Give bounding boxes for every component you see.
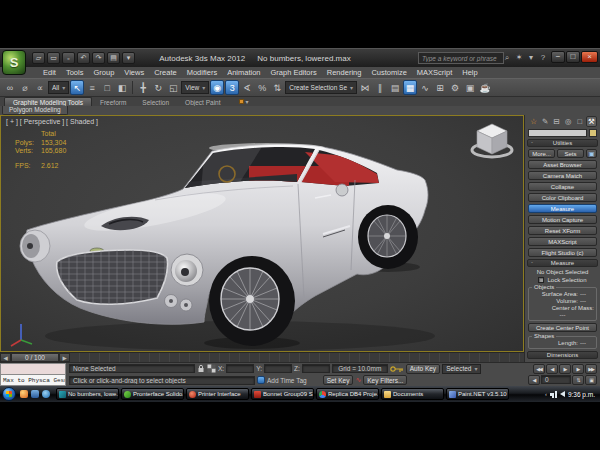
add-time-tag-label[interactable]: Add Time Tag bbox=[267, 377, 307, 384]
menu-group[interactable]: Group bbox=[88, 68, 119, 77]
snaps-toggle-icon[interactable]: 3 bbox=[225, 80, 239, 95]
go-to-start-icon[interactable]: ◀◀ bbox=[533, 364, 545, 374]
frame-spinner-icon[interactable]: ⇅ bbox=[572, 375, 584, 385]
object-color-swatch[interactable] bbox=[589, 129, 597, 137]
rotate-tool-icon[interactable]: ↻ bbox=[151, 80, 165, 95]
menu-edit[interactable]: Edit bbox=[38, 68, 61, 77]
z-coordinate-field[interactable] bbox=[302, 364, 330, 373]
named-selection-set-dropdown[interactable]: Create Selection Se ▾ bbox=[285, 81, 357, 94]
collapse-button[interactable]: Collapse bbox=[528, 182, 597, 191]
play-animation-icon[interactable]: ▶ bbox=[559, 364, 571, 374]
perspective-viewport[interactable]: [ + ] [ Perspective ] [ Shaded ] Total P… bbox=[0, 115, 524, 352]
modify-tab-icon[interactable]: ✎ bbox=[540, 116, 551, 127]
menu-views[interactable]: Views bbox=[119, 68, 149, 77]
camera-match-button[interactable]: Camera Match bbox=[528, 171, 597, 180]
menu-tools[interactable]: Tools bbox=[61, 68, 89, 77]
taskbar-item-pronterface[interactable]: Pronterface Solido... bbox=[121, 388, 184, 400]
asset-browser-button[interactable]: Asset Browser bbox=[528, 160, 597, 169]
taskbar-item-bonnet-group[interactable]: Bonnet Group09 S... bbox=[251, 388, 314, 400]
select-and-link-icon[interactable]: ∞ bbox=[3, 80, 17, 95]
ribbon-options-dropdown[interactable]: ▾ bbox=[239, 98, 249, 106]
measure-rollout-header[interactable]: - Measure bbox=[527, 259, 598, 267]
menu-help[interactable]: Help bbox=[457, 68, 482, 77]
reset-xform-button[interactable]: Reset XForm bbox=[528, 226, 597, 235]
angle-snap-icon[interactable]: ∢ bbox=[240, 80, 254, 95]
help-icon[interactable]: ? bbox=[538, 52, 548, 63]
y-coordinate-field[interactable] bbox=[264, 364, 292, 373]
taskbar-item-documents[interactable]: Documents bbox=[381, 388, 444, 400]
measure-button[interactable]: Measure bbox=[528, 204, 597, 213]
x-coordinate-field[interactable] bbox=[226, 364, 254, 373]
menu-modifiers[interactable]: Modifiers bbox=[182, 68, 222, 77]
create-tab-icon[interactable]: ☆ bbox=[528, 116, 539, 127]
utilities-rollout-header[interactable]: - Utilities bbox=[527, 139, 598, 147]
graphite-ribbon-toggle-icon[interactable]: ▦ bbox=[403, 80, 417, 95]
close-button[interactable]: × bbox=[581, 51, 598, 63]
create-center-point-button[interactable]: Create Center Point bbox=[528, 323, 597, 332]
menu-maxscript[interactable]: MAXScript bbox=[412, 68, 457, 77]
scale-tool-icon[interactable]: ◱ bbox=[166, 80, 180, 95]
set-keys-key-icon[interactable] bbox=[390, 365, 404, 373]
timeline-prev-icon[interactable]: ◀ bbox=[0, 353, 11, 362]
rendered-frame-window-icon[interactable]: ▣ bbox=[463, 80, 477, 95]
object-name-field[interactable] bbox=[528, 129, 587, 137]
maxscript-mini-listener[interactable]: Max to Physca Gesme bbox=[0, 363, 66, 386]
motion-capture-button[interactable]: Motion Capture bbox=[528, 215, 597, 224]
sets-button[interactable]: Sets bbox=[557, 149, 584, 158]
rectangular-region-icon[interactable]: □ bbox=[100, 80, 114, 95]
set-key-button[interactable]: Set Key bbox=[323, 375, 354, 385]
hierarchy-tab-icon[interactable]: ⊟ bbox=[551, 116, 562, 127]
menu-customize[interactable]: Customize bbox=[366, 68, 411, 77]
menu-animation[interactable]: Animation bbox=[222, 68, 265, 77]
quick-launch-icon-2[interactable] bbox=[31, 390, 39, 398]
favorites-star-icon[interactable]: ✶ bbox=[514, 52, 524, 63]
quick-launch-icon-1[interactable] bbox=[20, 390, 28, 398]
taskbar-clock[interactable]: 9:36 p.m. bbox=[568, 391, 595, 398]
next-frame-icon[interactable]: ▶ bbox=[572, 364, 584, 374]
bind-to-spacewarp-icon[interactable]: ∝ bbox=[33, 80, 47, 95]
maximize-button[interactable]: □ bbox=[566, 51, 580, 63]
key-filters-button[interactable]: Key Filters... bbox=[363, 375, 407, 385]
selection-filter-dropdown[interactable]: All ▾ bbox=[48, 81, 69, 94]
more-button[interactable]: More... bbox=[528, 149, 555, 158]
tab-selection[interactable]: Selection bbox=[134, 98, 177, 106]
select-object-icon[interactable]: ↖ bbox=[70, 80, 84, 95]
utilities-tab-icon[interactable]: ⚒ bbox=[586, 116, 597, 127]
macro-recorder-line[interactable] bbox=[0, 363, 66, 375]
dimensions-rollout-header[interactable]: Dimensions bbox=[527, 351, 598, 359]
menu-graph-editors[interactable]: Graph Editors bbox=[266, 68, 322, 77]
reference-coordinate-dropdown[interactable]: View ▾ bbox=[181, 81, 209, 94]
taskbar-item-3dsmax[interactable]: No bumbers, lowe... bbox=[56, 388, 119, 400]
spinner-snap-icon[interactable]: ⇅ bbox=[270, 80, 284, 95]
go-to-end-icon[interactable]: ▶▶ bbox=[585, 364, 597, 374]
panel-polygon-modeling[interactable]: Polygon Modeling bbox=[2, 106, 68, 115]
menu-rendering[interactable]: Rendering bbox=[322, 68, 367, 77]
time-slider[interactable]: 0 / 100 bbox=[11, 353, 59, 362]
selection-key-dropdown[interactable]: Selected ▾ bbox=[442, 364, 481, 374]
minimize-button[interactable]: − bbox=[551, 51, 565, 63]
start-button[interactable] bbox=[2, 387, 16, 401]
quick-launch-icon-3[interactable] bbox=[42, 390, 50, 398]
layer-manager-icon[interactable]: ▤ bbox=[388, 80, 402, 95]
viewport-label[interactable]: [ + ] [ Perspective ] [ Shaded ] bbox=[6, 118, 98, 125]
listener-line[interactable]: Max to Physca Gesme bbox=[0, 375, 66, 386]
display-tab-icon[interactable]: □ bbox=[574, 116, 585, 127]
mirror-icon[interactable]: ⋈ bbox=[358, 80, 372, 95]
percent-snap-icon[interactable]: % bbox=[255, 80, 269, 95]
taskbar-item-printer-interface[interactable]: Printer Interface bbox=[186, 388, 249, 400]
motion-tab-icon[interactable]: ◎ bbox=[563, 116, 574, 127]
absolute-offset-toggle-icon[interactable] bbox=[207, 364, 216, 373]
select-by-name-icon[interactable]: ≡ bbox=[85, 80, 99, 95]
auto-key-button[interactable]: Auto Key bbox=[406, 364, 440, 374]
tray-expand-icon[interactable]: ‹ bbox=[545, 391, 547, 397]
tab-graphite-modeling-tools[interactable]: Graphite Modeling Tools bbox=[4, 97, 92, 106]
time-tag-icon[interactable] bbox=[257, 376, 265, 384]
curve-editor-icon[interactable]: ∿ bbox=[418, 80, 432, 95]
timeline-next-icon[interactable]: ▶ bbox=[59, 353, 70, 362]
utility-sets-icon[interactable]: ▣ bbox=[586, 149, 597, 158]
track-bar[interactable] bbox=[70, 353, 524, 362]
network-icon[interactable] bbox=[550, 391, 557, 398]
previous-frame-icon[interactable]: ◀ bbox=[546, 364, 558, 374]
go-to-frame-start-icon[interactable]: ◀ bbox=[528, 375, 540, 385]
speaker-icon[interactable] bbox=[560, 391, 565, 397]
